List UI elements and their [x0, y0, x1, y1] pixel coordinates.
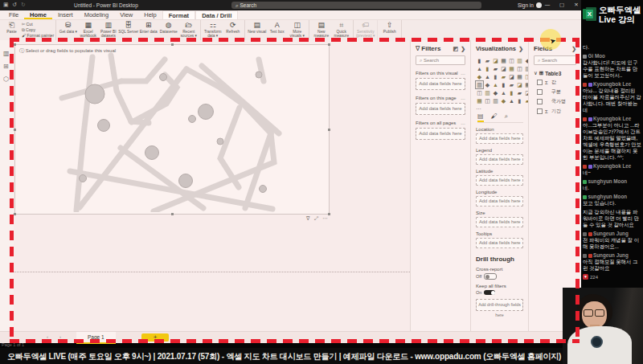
paste-button[interactable]: ⎗Paste — [2, 21, 22, 34]
arcgis-map-icon[interactable]: ◫ — [484, 97, 491, 104]
data-view-icon[interactable]: ⊞ — [3, 63, 9, 70]
stacked-column-chart-icon[interactable]: ▰ — [484, 57, 491, 64]
fields-search-input[interactable]: ⌕ Search — [534, 55, 576, 65]
eraser-icon[interactable]: ◩ — [453, 46, 459, 52]
text-box-button[interactable]: AText box — [267, 21, 287, 34]
refresh-button[interactable]: ⟳Refresh — [223, 21, 243, 34]
cross-report-toggle[interactable] — [484, 273, 497, 280]
table-node[interactable]: ∨ ⊞ Table3 — [534, 70, 578, 76]
analytics-tab[interactable]: ⌕ — [505, 112, 508, 121]
python-visual-icon[interactable]: ◆ — [492, 89, 499, 96]
field-checkbox[interactable] — [537, 89, 543, 95]
line-and-stacked-column-chart-icon[interactable]: ▰ — [492, 65, 499, 72]
maximize-button[interactable]: ▢ — [556, 2, 567, 8]
resize-handle[interactable] — [171, 213, 174, 215]
new-visual-button[interactable]: ▤New visual — [247, 21, 267, 34]
power-bi-datasets-button[interactable]: ▥Power BI datasets — [98, 21, 118, 38]
azure-map-icon[interactable]: ▥ — [476, 81, 483, 88]
report-view-icon[interactable]: ▥ — [3, 50, 10, 57]
quick-measure-button[interactable]: ⌗Quick measure — [331, 21, 351, 38]
sign-in-button[interactable]: Sign in — [518, 2, 534, 8]
format-visual-tab[interactable]: 🖌 — [491, 112, 498, 121]
ribbon-chart-icon[interactable]: ▦ — [508, 65, 515, 72]
100-stacked-bar-chart-icon[interactable]: ◫ — [508, 57, 515, 64]
build-visual-tab[interactable]: ▤ — [477, 112, 484, 121]
excel-workbook-button[interactable]: ▦Excel workbook — [78, 21, 98, 38]
tab-help[interactable]: Help — [138, 10, 162, 19]
tooltips-well-dropzone[interactable]: Add data fields here — [476, 238, 523, 248]
resize-handle[interactable] — [328, 213, 330, 215]
latitude-well-dropzone[interactable]: Add data fields here — [476, 175, 523, 186]
filters-search-input[interactable]: ⌕ Search — [416, 55, 465, 65]
clustered-bar-chart-icon[interactable]: ◪ — [492, 57, 499, 64]
sensitivity-preview-button[interactable]: 🏷Sensitivity (preview) ▾ — [355, 21, 375, 38]
filter-dropzone[interactable]: Add data fields here — [416, 103, 465, 115]
location-well-dropzone[interactable]: Add data fields here — [476, 133, 523, 144]
drill-through-fields-dropzone[interactable]: Add drill-through fields here — [476, 299, 523, 311]
tab-insert[interactable]: Insert — [52, 10, 79, 19]
publish-button[interactable]: ⇧Publish — [379, 21, 399, 34]
enter-data-button[interactable]: ⊞Enter data — [138, 21, 158, 34]
treemap-icon[interactable]: ▰ — [500, 73, 507, 80]
field-row[interactable]: 구분 — [537, 88, 578, 96]
longitude-well-dropzone[interactable]: Add data fields here — [476, 196, 523, 207]
copy-button[interactable]: ⧉Copy — [22, 27, 54, 33]
resize-handle[interactable] — [14, 43, 16, 46]
matrix-icon[interactable]: ◫ — [476, 89, 483, 96]
tab-home[interactable]: Home — [24, 10, 52, 19]
tab-format[interactable]: Format — [162, 10, 195, 19]
area-chart-icon[interactable]: ▲ — [476, 65, 483, 72]
close-button[interactable]: ✕ — [571, 2, 582, 8]
filter-dropzone[interactable]: Add data fields here — [416, 128, 465, 140]
power-apps-icon[interactable]: ▥ — [492, 97, 499, 104]
resize-handle[interactable] — [328, 129, 330, 131]
map-visual[interactable]: ⓘ Select or drag fields to populate this… — [14, 44, 330, 215]
global-search-input[interactable]: ⌕ Search — [231, 2, 481, 10]
resize-handle[interactable] — [14, 129, 16, 131]
collapse-chevron-icon[interactable]: ❯ — [518, 46, 523, 52]
tab-modeling[interactable]: Modeling — [79, 10, 114, 19]
kpi-icon[interactable]: ▰ — [508, 81, 515, 88]
clustered-column-chart-icon[interactable]: ▦ — [500, 57, 507, 64]
filter-dropzone[interactable]: Add data fields here — [416, 78, 465, 90]
waterfall-chart-icon[interactable]: ◫ — [516, 65, 523, 72]
more-visuals-button[interactable]: ◫More visuals ▾ — [287, 21, 307, 38]
field-checkbox[interactable] — [537, 80, 543, 85]
decomposition-tree-icon[interactable]: ▮ — [508, 89, 515, 96]
new-measure-button[interactable]: ▤New measure — [311, 21, 331, 38]
avatar[interactable] — [536, 2, 542, 8]
custom-visual-1-icon[interactable]: ◆ — [500, 97, 507, 104]
sql-server-button[interactable]: 🗄SQL Server — [118, 21, 138, 34]
tab-data-drill[interactable]: Data / Drill — [195, 10, 238, 19]
expander-icon[interactable]: ∨ — [534, 70, 538, 76]
report-canvas[interactable]: ⓘ Select or drag fields to populate this… — [14, 40, 410, 331]
key-influencers-icon[interactable]: ▲ — [500, 89, 507, 96]
model-view-icon[interactable]: ⬡ — [3, 76, 9, 83]
resize-handle[interactable] — [14, 213, 16, 215]
more-visuals-dots[interactable]: … — [476, 104, 523, 110]
field-row[interactable]: Σ기간 — [537, 108, 578, 115]
dataverse-button[interactable]: ◍Dataverse — [158, 21, 178, 34]
keep-all-filters-toggle[interactable] — [484, 290, 495, 295]
card-icon[interactable]: ▲ — [492, 81, 499, 88]
line-and-clustered-column-chart-icon[interactable]: ◪ — [500, 65, 507, 72]
r-script-visual-icon[interactable]: ▥ — [484, 89, 491, 96]
resize-handle[interactable] — [328, 43, 330, 46]
legend-well-dropzone[interactable]: Add data fields here — [476, 154, 523, 165]
filled-map-icon[interactable]: ▦ — [516, 73, 523, 80]
focus-mode-icon[interactable]: ⤢ — [314, 215, 318, 222]
recent-sources-button[interactable]: 🗁Recent sources ▾ — [178, 21, 199, 38]
field-checkbox[interactable] — [537, 108, 543, 114]
get-data-button[interactable]: ⛁Get data ▾ — [58, 21, 78, 34]
more-options-icon[interactable]: … — [461, 96, 465, 100]
q-and-a-icon[interactable]: ▰ — [516, 89, 523, 96]
custom-visual-3-icon[interactable]: ▮ — [516, 97, 523, 104]
field-checkbox[interactable] — [537, 99, 543, 104]
donut-chart-icon[interactable]: ▮ — [492, 73, 499, 80]
slicer-icon[interactable]: ◪ — [516, 81, 523, 88]
undo-icon[interactable]: ↺ — [12, 2, 17, 8]
size-well-dropzone[interactable]: Add data fields here — [476, 217, 523, 227]
more-options-icon[interactable]: ⋯ — [322, 215, 328, 222]
100-stacked-column-chart-icon[interactable]: ▥ — [516, 57, 523, 64]
resize-handle[interactable] — [171, 43, 174, 46]
